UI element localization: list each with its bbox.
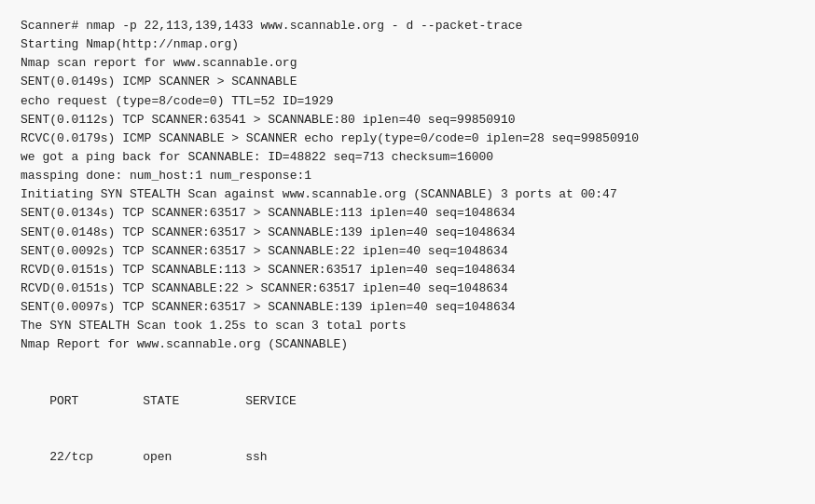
line-6: SENT(0.0112s) TCP SCANNER:63541 > SCANNA…	[21, 111, 794, 129]
line-8: we got a ping back for SCANNABLE: ID=488…	[21, 148, 794, 167]
line-18: Nmap Report for www.scannable.org (SCANN…	[21, 335, 794, 354]
col-header-state: STATE	[143, 392, 245, 411]
line-1: Scanner# nmap -p 22,113,139,1433 www.sca…	[21, 17, 794, 35]
blank-line-1	[21, 355, 794, 374]
line-15: RCVD(0.0151s) TCP SCANNABLE:22 > SCANNER…	[21, 279, 794, 298]
table-row-113: 113/tcpclosedauth	[21, 486, 794, 504]
line-4: SENT(0.0149s) ICMP SCANNER > SCANNABLE	[21, 73, 794, 91]
table-row-22: 22/tcpopenssh	[21, 429, 794, 485]
line-17: The SYN STEALTH Scan took 1.25s to scan …	[21, 317, 794, 335]
col-header-port: PORT	[49, 392, 143, 411]
line-11: SENT(0.0134s) TCP SCANNER:63517 > SCANNA…	[21, 204, 794, 223]
table-header: PORTSTATESERVICE	[21, 374, 794, 429]
state-22: open	[143, 448, 245, 467]
col-header-service: SERVICE	[245, 392, 297, 411]
line-13: SENT(0.0092s) TCP SCANNER:63517 > SCANNA…	[21, 242, 794, 261]
line-14: RCVD(0.0151s) TCP SCANNABLE:113 > SCANNE…	[21, 261, 794, 279]
line-5: echo request (type=8/code=0) TTL=52 ID=1…	[21, 92, 794, 111]
line-2: Starting Nmap(http://nmap.org)	[21, 35, 794, 54]
line-16: SENT(0.0097s) TCP SCANNER:63517 > SCANNA…	[21, 298, 794, 317]
line-10: Initiating SYN STEALTH Scan against www.…	[21, 185, 794, 204]
line-3: Nmap scan report for www.scannable.org	[21, 54, 794, 73]
line-9: massping done: num_host:1 num_response:1	[21, 167, 794, 185]
line-7: RCVC(0.0179s) ICMP SCANNABLE > SCANNER e…	[21, 129, 794, 148]
port-22: 22/tcp	[49, 448, 143, 467]
terminal-output: Scanner# nmap -p 22,113,139,1433 www.sca…	[0, 0, 815, 504]
line-12: SENT(0.0148s) TCP SCANNER:63517 > SCANNA…	[21, 224, 794, 242]
service-22: ssh	[245, 448, 267, 467]
